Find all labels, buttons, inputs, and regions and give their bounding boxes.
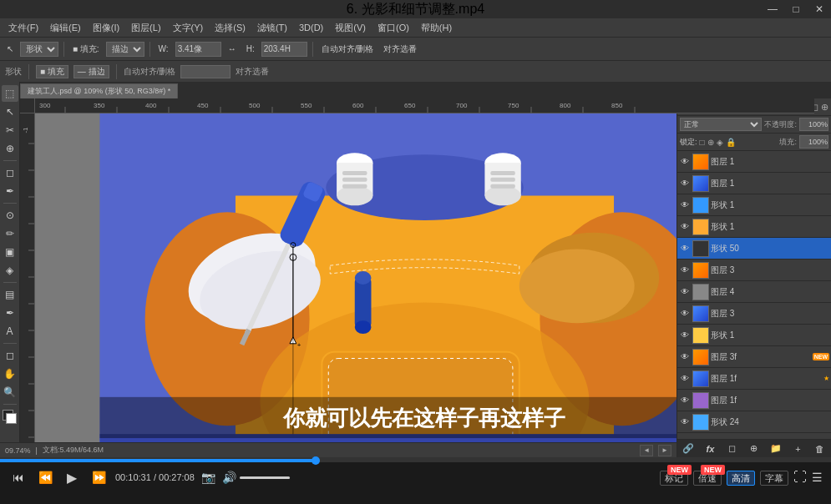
foreground-color[interactable] [3,410,18,425]
layer-item-selected[interactable]: 👁 形状 50 [677,238,831,260]
layer-adjustment-btn[interactable]: ⊕ [746,441,763,456]
menu-window[interactable]: 窗口(O) [372,20,414,36]
tool-brush[interactable]: ✏ [2,225,18,242]
prev-frame-btn[interactable]: ⏪ [35,467,55,487]
fullscreen-btn[interactable]: ⛶ [793,470,807,485]
menu-image[interactable]: 图像(I) [88,20,124,36]
layer-item[interactable]: 👁 图层 1f ★ [677,368,831,390]
layer-item[interactable]: 👁 图层 4 [677,281,831,303]
options-stroke-btn[interactable]: — 描边 [73,65,109,78]
tool-shape[interactable]: ◻ [2,347,18,364]
minimize-button[interactable]: — [761,0,784,18]
menu-help[interactable]: 帮助(H) [416,20,457,36]
opacity-input[interactable] [799,118,828,131]
marker-btn[interactable]: 标记 NEW [660,470,688,485]
skip-to-start-btn[interactable]: ⏮ [8,467,28,487]
speed-btn[interactable]: 倍速 NEW [693,470,722,485]
layer-visibility-icon[interactable]: 👁 [679,221,691,233]
fill-input[interactable] [799,135,828,149]
menu-view[interactable]: 视图(V) [330,20,371,36]
layer-visibility-icon[interactable]: 👁 [679,351,691,363]
layer-visibility-icon[interactable]: 👁 [679,156,691,168]
lock-pos-icon[interactable]: □ [700,138,705,147]
layer-visibility-icon[interactable]: 👁 [679,286,691,298]
toolbar-fill[interactable]: ■ 填充: [69,42,103,57]
options-fill-btn[interactable]: ■ 填充 [36,65,68,78]
layer-mask-btn[interactable]: ◻ [724,441,741,456]
tool-eraser[interactable]: ◈ [2,262,18,279]
toolbar-fill-select[interactable]: 描边 [106,42,144,57]
layer-item[interactable]: 👁 图层 1 [677,173,831,194]
nav-next[interactable]: ► [658,445,671,456]
tool-lasso[interactable]: ✂ [2,122,18,139]
next-frame-btn[interactable]: ⏩ [89,467,109,487]
layer-visibility-icon[interactable]: 👁 [679,199,691,211]
layer-item[interactable]: 👁 图层 1 [677,151,831,173]
play-pause-btn[interactable]: ▶ [62,467,82,487]
menu-type[interactable]: 文字(Y) [168,20,209,36]
tool-zoom[interactable]: 🔍 [2,384,18,401]
layer-visibility-icon[interactable]: 👁 [679,373,691,385]
layer-item[interactable]: 👁 图层 1f [677,390,831,411]
layer-visibility-icon[interactable]: 👁 [679,265,691,276]
menu-layer[interactable]: 图层(L) [126,20,165,36]
layer-delete-btn[interactable]: 🗑 [812,441,828,456]
toolbar-arrow[interactable]: ↖ [3,43,17,55]
layer-item[interactable]: 👁 图层 3 [677,303,831,325]
nav-prev[interactable]: ◄ [640,445,653,456]
layer-add-btn[interactable]: + [790,441,807,456]
layer-item[interactable]: 👁 形状 1 [677,325,831,346]
canvas-tab-active[interactable]: 建筑工人.psd @ 109% (形状 50, RG3/8#) * [20,83,178,98]
layer-visibility-icon[interactable]: 👁 [679,330,691,341]
layer-item[interactable]: 👁 图层 3 [677,260,831,281]
toolbar-auto-align[interactable]: 自动对齐/删格 [318,42,377,57]
layer-item[interactable]: 👁 图层 3f NEW [677,346,831,368]
layer-visibility-icon[interactable]: 👁 [679,243,691,255]
star-icon[interactable]: ★ [823,375,829,382]
volume-icon[interactable]: 🔊 [222,471,236,484]
blend-mode-select[interactable]: 正常 [680,118,762,131]
menu-edit[interactable]: 编辑(E) [45,20,86,36]
layer-item[interactable]: 👁 形状 24 [677,411,831,433]
subtitle-btn[interactable]: 字幕 [760,470,788,485]
tool-magic[interactable]: ⊕ [2,140,18,157]
tool-pen[interactable]: ✒ [2,305,18,321]
tool-clone[interactable]: ▣ [2,244,18,260]
screenshot-btn[interactable]: 📷 [201,471,215,484]
layer-visibility-icon[interactable]: 👁 [679,308,691,320]
volume-slider[interactable] [240,476,290,479]
lock-art-icon[interactable]: ◈ [717,138,723,147]
layer-visibility-icon[interactable]: 👁 [679,178,691,189]
filter-smart-icon[interactable]: ⊕ [821,102,828,113]
menu-3d[interactable]: 3D(D) [294,21,328,34]
layer-fx-btn[interactable]: fx [702,441,718,456]
lock-px-icon[interactable]: ⊕ [707,138,714,147]
layer-group-btn[interactable]: 📁 [768,441,784,456]
layer-item[interactable]: 👁 形状 1 [677,216,831,238]
maximize-button[interactable]: □ [784,0,808,18]
close-button[interactable]: ✕ [808,0,831,18]
menu-btn[interactable]: ☰ [812,471,823,484]
tool-heal[interactable]: ⊙ [2,207,18,224]
lock-all-icon[interactable]: 🔒 [726,138,736,147]
tool-eyedrop[interactable]: ✒ [2,183,18,199]
menu-file[interactable]: 文件(F) [3,20,43,36]
tool-move[interactable]: ↖ [2,103,18,120]
tool-type[interactable]: A [2,323,18,340]
quality-btn[interactable]: 高清 [727,470,755,485]
tool-hand[interactable]: ✋ [2,365,18,382]
progress-bar[interactable] [0,459,831,462]
tool-crop[interactable]: ◻ [2,164,18,181]
layer-link-btn[interactable]: 🔗 [680,441,697,456]
layer-item[interactable]: 👁 形状 1 [677,194,831,216]
tool-marquee[interactable]: ⬚ [2,85,18,102]
layer-visibility-icon[interactable]: 👁 [679,416,691,428]
toolbar-align-sel[interactable]: 对齐选番 [380,42,420,57]
layer-visibility-icon[interactable]: 👁 [679,395,691,406]
menu-filter[interactable]: 滤镜(T) [252,20,292,36]
toolbar-shape-select[interactable]: 形状 [20,42,58,57]
tool-gradient[interactable]: ▤ [2,286,18,303]
toolbar-w-input[interactable] [175,42,221,57]
menu-select[interactable]: 选择(S) [210,20,251,36]
progress-dot[interactable] [312,456,320,465]
